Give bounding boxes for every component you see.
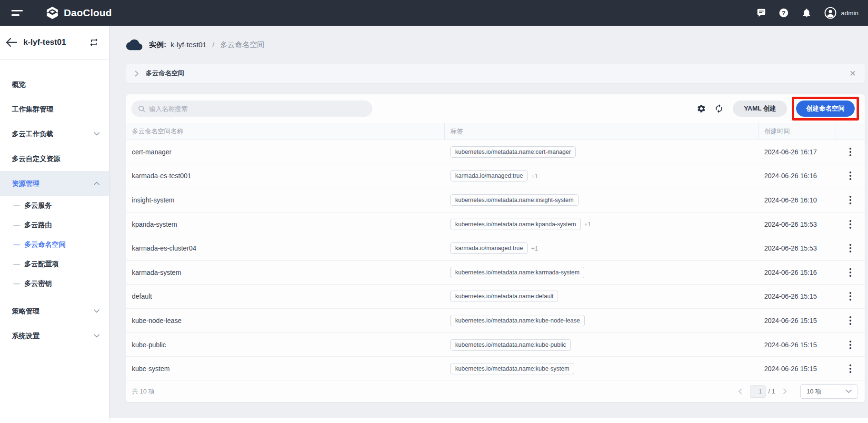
created-time: 2024-06-26 15:16 <box>758 269 836 276</box>
sidebar-item-4[interactable]: 资源管理 <box>0 171 109 196</box>
kebab-menu-icon[interactable] <box>847 170 854 182</box>
sidebar-item-label: 系统设置 <box>12 332 40 341</box>
sidebar-item-label: 多云自定义资源 <box>12 154 60 163</box>
label-chip: kubernetes.io/metadata.name:kube-system <box>450 363 574 374</box>
kebab-menu-icon[interactable] <box>847 339 854 351</box>
label-chip: kubernetes.io/metadata.name:insight-syst… <box>450 194 579 206</box>
chevron-down-icon <box>94 334 100 338</box>
table-row: kpanda-system kubernetes.io/metadata.nam… <box>126 212 865 237</box>
sidebar-nav: 概览 工作集群管理 多云工作负载 多云自定义资源 资源管理 多云服务 多云路由 … <box>0 60 109 348</box>
close-icon[interactable]: ✕ <box>849 70 856 78</box>
message-icon[interactable] <box>756 8 766 18</box>
tab-title[interactable]: 多云命名空间 <box>146 69 184 78</box>
search-icon <box>138 105 145 112</box>
user-menu[interactable]: admin <box>824 7 858 19</box>
created-time: 2024-06-26 15:53 <box>758 221 836 228</box>
page-number-input[interactable] <box>750 385 766 398</box>
search-box <box>131 101 372 117</box>
menu-icon[interactable] <box>11 8 25 18</box>
kebab-menu-icon[interactable] <box>847 194 854 206</box>
table-body: cert-manager kubernetes.io/metadata.name… <box>126 140 865 381</box>
sidebar-item-1[interactable]: 工作集群管理 <box>0 97 109 121</box>
chevron-up-icon <box>94 181 100 185</box>
bottom-strip <box>109 418 868 423</box>
instance-name[interactable]: k-lyf-test01 <box>170 40 207 49</box>
label-more: +1 <box>531 245 538 252</box>
table-row: kube-public kubernetes.io/metadata.name:… <box>126 333 865 357</box>
column-actions <box>836 123 865 140</box>
sidebar-item-label: 多云配置项 <box>24 260 59 269</box>
table-row: kube-node-lease kubernetes.io/metadata.n… <box>126 309 865 333</box>
kebab-menu-icon[interactable] <box>847 363 854 375</box>
page-size-select[interactable]: 10 项 <box>800 384 858 399</box>
kebab-menu-icon[interactable] <box>847 242 854 254</box>
chevron-down-icon <box>846 389 852 393</box>
table-header: 多云命名空间名称 标签 创建时间 <box>126 123 865 140</box>
page-size-value: 10 项 <box>807 387 821 396</box>
table-row: kube-system kubernetes.io/metadata.name:… <box>126 357 865 381</box>
dash-icon <box>13 264 20 265</box>
toolbar: YAML 创建 创建命名空间 <box>126 94 865 123</box>
back-icon[interactable] <box>6 37 18 48</box>
table-footer: 共 10 项 / 1 10 项 <box>126 381 865 402</box>
column-name: 多云命名空间名称 <box>126 123 445 140</box>
table-row: karmada-es-test001 karmada.io/managed:tr… <box>126 164 865 189</box>
sidebar-item-7[interactable]: 多云命名空间 <box>0 235 109 254</box>
label-chip: kubernetes.io/metadata.name:kube-node-le… <box>450 315 585 326</box>
switch-instance-icon[interactable] <box>89 38 99 47</box>
sidebar-item-6[interactable]: 多云路由 <box>0 215 109 235</box>
dash-icon <box>13 225 20 226</box>
sidebar-item-9[interactable]: 多云密钥 <box>0 274 109 293</box>
table-row: default kubernetes.io/metadata.name:defa… <box>126 285 865 309</box>
kebab-menu-icon[interactable] <box>847 146 854 158</box>
dash-icon <box>13 244 20 245</box>
chevron-left-icon[interactable] <box>735 388 745 394</box>
yaml-create-button[interactable]: YAML 创建 <box>733 101 787 117</box>
create-namespace-button[interactable]: 创建命名空间 <box>796 101 855 117</box>
kebab-menu-icon[interactable] <box>847 314 854 327</box>
label-more: +1 <box>584 221 591 228</box>
table-row: karmada-system kubernetes.io/metadata.na… <box>126 261 865 285</box>
sidebar-item-8[interactable]: 多云配置项 <box>0 254 109 274</box>
total-count: 共 10 项 <box>132 387 155 396</box>
namespace-name: cert-manager <box>126 148 445 156</box>
pagination: / 1 10 项 <box>735 384 858 399</box>
column-labels: 标签 <box>445 123 758 140</box>
namespace-name: kube-system <box>126 365 445 373</box>
avatar-icon <box>824 7 837 19</box>
dash-icon <box>13 283 20 284</box>
kebab-menu-icon[interactable] <box>847 290 854 302</box>
brand[interactable]: DaoCloud <box>46 6 112 20</box>
breadcrumb-separator: / <box>212 40 214 49</box>
kebab-menu-icon[interactable] <box>847 218 854 231</box>
refresh-icon[interactable] <box>714 103 724 114</box>
sidebar-item-3[interactable]: 多云自定义资源 <box>0 146 109 171</box>
created-time: 2024-06-26 15:53 <box>758 244 836 252</box>
sidebar-item-label: 多云密钥 <box>24 279 52 288</box>
sidebar-item-label: 工作集群管理 <box>12 105 53 114</box>
chevron-right-icon[interactable] <box>135 70 139 77</box>
sidebar-item-10[interactable]: 策略管理 <box>0 299 109 323</box>
namespace-name: karmada-es-test001 <box>126 172 445 180</box>
page-header: 实例: k-lyf-test01 / 多云命名空间 <box>109 26 868 64</box>
sidebar-item-label: 多云命名空间 <box>24 240 66 249</box>
page-total: / 1 <box>768 388 775 395</box>
created-time: 2024-06-26 15:15 <box>758 317 836 324</box>
created-time: 2024-06-26 16:16 <box>758 172 836 180</box>
sidebar-item-2[interactable]: 多云工作负载 <box>0 121 109 146</box>
sidebar-item-label: 资源管理 <box>12 179 40 188</box>
chevron-right-icon[interactable] <box>780 388 790 394</box>
help-icon[interactable]: ? <box>778 8 789 18</box>
bell-icon[interactable] <box>801 8 812 18</box>
search-input[interactable] <box>149 105 366 112</box>
chevron-down-icon <box>94 132 100 136</box>
sidebar-item-11[interactable]: 系统设置 <box>0 323 109 348</box>
sidebar-item-label: 策略管理 <box>12 307 40 316</box>
namespace-name: karmada-system <box>126 269 445 276</box>
label-more: +1 <box>531 172 538 180</box>
sidebar-item-0[interactable]: 概览 <box>0 72 109 97</box>
sidebar-item-label: 多云服务 <box>24 201 52 210</box>
gear-icon[interactable] <box>696 103 707 114</box>
sidebar-item-5[interactable]: 多云服务 <box>0 196 109 215</box>
kebab-menu-icon[interactable] <box>847 266 854 279</box>
